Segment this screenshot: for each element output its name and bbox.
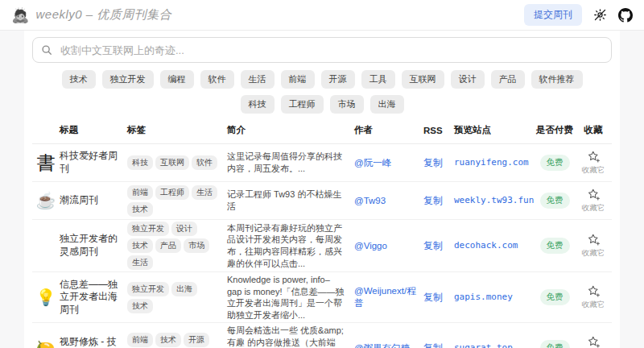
site-link[interactable]: gapis.money xyxy=(454,292,535,303)
site-link[interactable]: weekly.tw93.fun xyxy=(454,195,535,206)
filter-tag-pill[interactable]: 技术 xyxy=(62,70,96,89)
rss-copy-link[interactable]: 复制 xyxy=(423,342,454,348)
author-link[interactable]: @Weijunext/程普 xyxy=(354,285,423,309)
author-link[interactable]: @粥里有勺糖 xyxy=(354,342,423,348)
column-header: 作者 xyxy=(354,124,423,136)
filter-tag-pill[interactable]: 工程师 xyxy=(281,95,324,114)
weekly-tag-pill: 生活 xyxy=(127,255,153,270)
theme-toggle-icon[interactable] xyxy=(593,8,607,22)
star-plus-icon xyxy=(587,150,601,164)
filter-tag-pill[interactable]: 开源 xyxy=(321,70,355,89)
weekly-avatar: ☕ xyxy=(32,191,60,210)
free-badge: 免费 xyxy=(540,238,570,254)
favorite-button[interactable]: 收藏它 xyxy=(575,150,612,176)
favorite-button[interactable]: 收藏它 xyxy=(575,335,612,348)
rss-copy-link[interactable]: 复制 xyxy=(423,156,454,170)
filter-tag-pill[interactable]: 出海 xyxy=(370,95,404,114)
weekly-tag-pill: 生活 xyxy=(192,185,217,200)
weekly-tag-pill: 前端 xyxy=(127,333,153,347)
avatar-glyph: 🍋 xyxy=(36,338,56,348)
table-row: 独立开发者的灵感周刊 独立开发设计技术产品市场生活 本周刊记录有趣好玩的独立产品… xyxy=(32,220,612,272)
paid-cell: 免费 xyxy=(535,340,575,348)
weekly-tag-pill: 技术 xyxy=(155,333,181,347)
star-plus-icon xyxy=(587,335,601,348)
avatar-glyph: 💡 xyxy=(36,288,56,307)
weekly-tag-pill: 技术 xyxy=(127,202,153,217)
favorite-button[interactable]: 收藏它 xyxy=(575,284,612,310)
table-row: 💡 信息差——独立开发者出海周刊 独立开发出海技术 Knowledge is p… xyxy=(32,272,612,323)
filter-tag-pill[interactable]: 科技 xyxy=(241,95,275,114)
rss-copy-link[interactable]: 复制 xyxy=(423,291,454,304)
rss-copy-link[interactable]: 复制 xyxy=(423,194,454,208)
search-bar xyxy=(32,37,612,63)
star-plus-icon xyxy=(587,188,601,201)
author-link[interactable]: @Tw93 xyxy=(354,195,423,207)
app-title: weekly0 – 优质周刊集合 xyxy=(35,7,171,23)
weekly-tag-pill: 科技 xyxy=(127,155,153,170)
submit-weekly-button[interactable]: 提交周刊 xyxy=(524,4,582,26)
weekly-title: 视野修炼 - 技术周刊 xyxy=(60,336,127,348)
favorite-button[interactable]: 收藏它 xyxy=(575,188,612,213)
app-logo-icon[interactable]: 🙇 xyxy=(11,8,29,23)
site-link[interactable]: sugarat.top xyxy=(454,342,535,348)
search-input[interactable] xyxy=(59,44,603,57)
column-header: 收藏 xyxy=(575,124,612,136)
weekly-tags: 独立开发出海技术 xyxy=(127,282,227,313)
weekly-tag-pill: 出海 xyxy=(171,282,197,296)
site-link[interactable]: decohack.com xyxy=(454,240,535,251)
author-link[interactable]: @Viggo xyxy=(354,240,423,252)
free-badge: 免费 xyxy=(540,289,570,305)
column-header: RSS xyxy=(423,126,454,135)
filter-tag-pill[interactable]: 产品 xyxy=(491,70,525,89)
filter-tag-pill[interactable]: 软件推荐 xyxy=(531,70,583,89)
filter-tag-pill[interactable]: 设计 xyxy=(451,70,485,89)
site-link[interactable]: ruanyifeng.com xyxy=(454,157,535,168)
weekly-tags: 前端工程师生活技术 xyxy=(127,185,227,217)
weekly-tag-pill: 技术 xyxy=(127,238,153,253)
column-header: 标题 xyxy=(60,124,127,136)
filter-tag-pill[interactable]: 前端 xyxy=(281,70,315,89)
search-icon xyxy=(41,44,52,56)
avatar-glyph: 書 xyxy=(37,151,56,176)
filter-tag-pill[interactable]: 编程 xyxy=(160,70,194,89)
main-card: 技术独立开发编程软件生活前端开源工具互联网设计产品软件推荐科技工程师市场出海 标… xyxy=(24,31,620,348)
author-link[interactable]: @阮一峰 xyxy=(354,157,423,169)
free-badge: 免费 xyxy=(540,340,570,348)
weekly-tag-pill: 互联网 xyxy=(155,155,189,170)
weekly-tags: 前端技术开源工具知识 xyxy=(127,333,227,348)
favorite-button[interactable]: 收藏它 xyxy=(575,233,612,259)
favorite-label: 收藏它 xyxy=(582,203,605,213)
paid-cell: 免费 xyxy=(535,155,575,171)
weekly-tag-pill: 工程师 xyxy=(155,185,189,200)
weekly-tag-pill: 前端 xyxy=(127,185,153,200)
paid-cell: 免费 xyxy=(535,238,575,254)
filter-tag-pill[interactable]: 独立开发 xyxy=(102,70,154,89)
filter-tag-pill[interactable]: 生活 xyxy=(241,70,275,89)
filter-tag-pill[interactable]: 软件 xyxy=(200,70,234,89)
header-left: 🙇 weekly0 – 优质周刊集合 xyxy=(11,7,171,23)
filter-tag-pill[interactable]: 工具 xyxy=(361,70,395,89)
weekly-title: 独立开发者的灵感周刊 xyxy=(60,233,127,258)
filter-tag-pill[interactable]: 市场 xyxy=(330,95,364,114)
weekly-avatar: 書 xyxy=(32,151,60,176)
weekly-title: 信息差——独立开发者出海周刊 xyxy=(60,279,127,317)
weekly-avatar: 💡 xyxy=(32,288,60,307)
weekly-title: 潮流周刊 xyxy=(60,194,127,207)
filter-tags-row: 技术独立开发编程软件生活前端开源工具互联网设计产品软件推荐科技工程师市场出海 xyxy=(53,70,591,114)
star-plus-icon xyxy=(587,284,601,298)
star-plus-icon xyxy=(587,233,601,246)
weekly-description: Knowledge is power, info–gap is money!「信… xyxy=(227,274,354,321)
filter-tag-pill[interactable]: 互联网 xyxy=(402,70,444,89)
rss-copy-link[interactable]: 复制 xyxy=(423,239,454,253)
github-icon[interactable] xyxy=(618,8,633,23)
header-right: 提交周刊 xyxy=(524,4,633,26)
column-header: 简介 xyxy=(227,124,354,136)
weekly-table-body: 書 科技爱好者周刊 科技互联网软件 这里记录每周值得分享的科技内容，周五发布。.… xyxy=(32,144,612,348)
weekly-avatar: 🍋 xyxy=(32,338,60,348)
weekly-tags: 独立开发设计技术产品市场生活 xyxy=(127,222,227,270)
column-header: 预览站点 xyxy=(454,124,535,136)
favorite-label: 收藏它 xyxy=(582,248,605,259)
weekly-tag-pill: 独立开发 xyxy=(127,222,169,236)
table-header-row: 标题标签简介作者RSS预览站点是否付费收藏 xyxy=(32,117,612,144)
app-header: 🙇 weekly0 – 优质周刊集合 提交周刊 xyxy=(0,0,644,31)
